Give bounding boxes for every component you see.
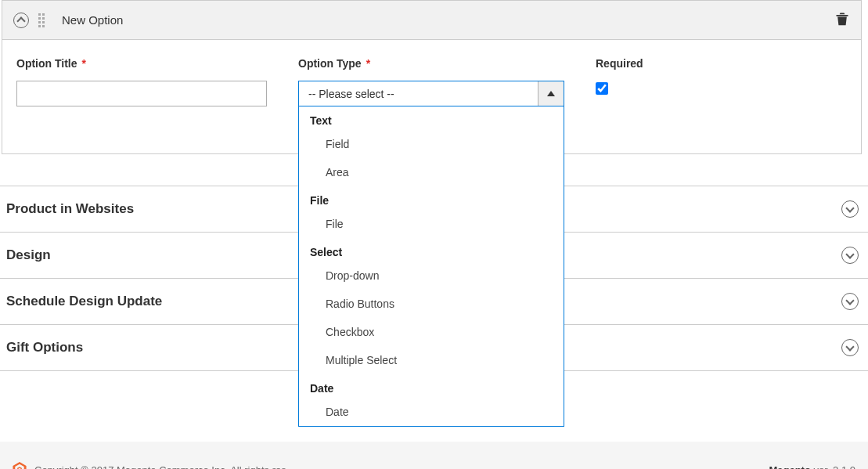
custom-option-panel: New Option Option Title* Option Type* --… — [2, 0, 862, 154]
dropdown-group-label: Select — [299, 238, 564, 262]
delete-option-button[interactable] — [834, 10, 850, 30]
section-title: Design — [6, 247, 51, 263]
chevron-down-icon — [845, 250, 854, 258]
dropdown-item[interactable]: Checkbox — [299, 318, 564, 346]
select-arrow-button[interactable] — [538, 81, 564, 106]
magento-logo-icon — [13, 462, 27, 469]
dropdown-group-label: File — [299, 186, 564, 210]
collapse-toggle[interactable] — [13, 13, 29, 28]
dropdown-item[interactable]: Area — [299, 158, 564, 186]
dropdown-item[interactable]: Multiple Select — [299, 346, 564, 374]
chevron-down-icon — [845, 342, 854, 351]
dropdown-group-label: Text — [299, 106, 564, 130]
required-field: Required — [596, 57, 643, 106]
expand-toggle[interactable] — [841, 200, 859, 218]
option-type-dropdown[interactable]: TextFieldAreaFileFileSelectDrop-downRadi… — [298, 106, 564, 427]
option-type-select[interactable]: -- Please select -- — [298, 81, 564, 106]
option-type-field: Option Type* -- Please select -- TextFie… — [298, 57, 564, 106]
option-header: New Option — [2, 1, 861, 40]
required-star-icon: * — [366, 57, 370, 70]
expand-toggle[interactable] — [841, 339, 859, 356]
section-title: Product in Websites — [6, 201, 134, 217]
option-title-field: Option Title* — [16, 57, 267, 106]
option-type-select-wrap: -- Please select -- TextFieldAreaFileFil… — [298, 81, 564, 106]
dropdown-item[interactable]: Date — [299, 398, 564, 426]
option-title-label: Option Title* — [16, 57, 267, 70]
trash-icon — [834, 10, 850, 27]
option-type-label: Option Type* — [298, 57, 564, 70]
version-text: Magento ver. 2.1.0 — [769, 464, 855, 470]
required-checkbox[interactable] — [596, 82, 608, 95]
expand-toggle[interactable] — [841, 247, 859, 264]
option-title-input[interactable] — [16, 81, 267, 106]
required-label: Required — [596, 57, 643, 70]
section-title: Gift Options — [6, 340, 83, 355]
section-title: Schedule Design Update — [6, 294, 162, 309]
drag-handle-icon[interactable] — [38, 13, 48, 27]
chevron-down-icon — [845, 296, 854, 305]
option-type-value: -- Please select -- — [299, 81, 538, 106]
option-body: Option Title* Option Type* -- Please sel… — [2, 40, 861, 153]
dropdown-item[interactable]: Radio Buttons — [299, 290, 564, 318]
chevron-down-icon — [845, 204, 854, 212]
dropdown-item[interactable]: Field — [299, 130, 564, 158]
copyright-text: Copyright © 2017 Magento Commerce Inc. A… — [34, 464, 286, 470]
expand-toggle[interactable] — [841, 293, 859, 310]
dropdown-group-label: Date — [299, 374, 564, 398]
page-footer: Copyright © 2017 Magento Commerce Inc. A… — [0, 442, 868, 469]
dropdown-item[interactable]: Drop-down — [299, 262, 564, 290]
required-star-icon: * — [82, 57, 86, 70]
triangle-up-icon — [547, 91, 555, 96]
chevron-up-icon — [16, 16, 25, 25]
option-header-title: New Option — [62, 13, 123, 27]
dropdown-item[interactable]: File — [299, 210, 564, 238]
